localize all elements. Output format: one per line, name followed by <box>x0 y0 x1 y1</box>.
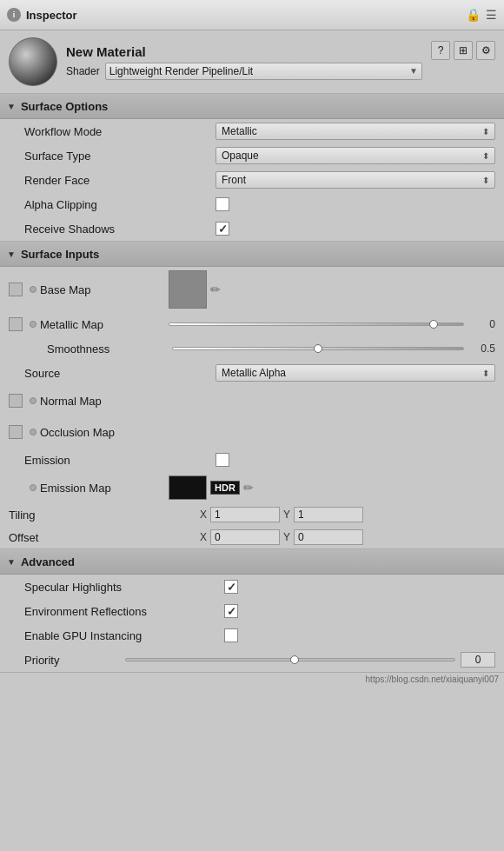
emission-map-slot[interactable] <box>169 475 207 500</box>
tiling-y-input[interactable]: 1 <box>294 507 363 522</box>
advanced-header[interactable]: ▼ Advanced <box>0 549 504 575</box>
receive-shadows-label: Receive Shadows <box>24 223 216 236</box>
shader-label: Shader <box>66 65 100 77</box>
priority-slider-thumb[interactable] <box>290 655 299 664</box>
source-row: Source Metallic Alpha ⬍ <box>0 361 504 385</box>
emission-row: Emission <box>0 448 504 472</box>
surface-options-section: ▼ Surface Options Workflow Mode Metallic… <box>0 94 504 242</box>
offset-x-input[interactable]: 0 <box>210 529 280 545</box>
priority-value[interactable]: 0 <box>461 652 495 668</box>
surface-type-value: Opaque <box>222 150 259 162</box>
alpha-clipping-checkbox[interactable] <box>216 197 229 211</box>
source-value: Metallic Alpha <box>222 367 286 379</box>
receive-shadows-row: Receive Shadows <box>0 216 504 241</box>
workflow-dropdown-arrow: ⬍ <box>482 127 489 136</box>
surface-inputs-header[interactable]: ▼ Surface Inputs <box>0 242 504 267</box>
settings-icon[interactable]: ⚙ <box>476 41 495 60</box>
workflow-mode-label: Workflow Mode <box>24 125 216 138</box>
priority-slider-track[interactable] <box>125 658 455 662</box>
base-map-slot[interactable] <box>169 270 207 309</box>
base-map-label-text: Base Map <box>40 283 91 296</box>
source-dropdown[interactable]: Metallic Alpha ⬍ <box>216 364 495 382</box>
render-face-value: Front <box>222 174 246 186</box>
metallic-map-row: Metallic Map 0 <box>0 312 504 336</box>
shader-value: Lightweight Render Pipeline/Lit <box>109 65 253 77</box>
help-icon[interactable]: ? <box>431 41 450 60</box>
gpu-instancing-label: Enable GPU Instancing <box>24 629 224 642</box>
offset-label: Offset <box>9 531 200 544</box>
shader-dropdown-arrow: ▼ <box>409 66 418 76</box>
specular-highlights-label: Specular Highlights <box>24 581 224 594</box>
metallic-map-label: Metallic Map <box>26 318 165 331</box>
inspector-icon: i <box>7 8 21 22</box>
metallic-map-label-text: Metallic Map <box>40 318 103 331</box>
normal-map-checkbox[interactable] <box>9 394 23 408</box>
source-control: Metallic Alpha ⬍ <box>216 364 495 382</box>
normal-map-row: Normal Map <box>0 385 504 416</box>
base-map-edit-icon[interactable]: ✏ <box>210 283 221 296</box>
surface-type-dropdown-arrow: ⬍ <box>482 151 489 161</box>
lock-icon[interactable]: 🔒 <box>466 8 481 22</box>
render-face-dropdown[interactable]: Front ⬍ <box>216 171 495 189</box>
surface-options-triangle: ▼ <box>7 102 16 111</box>
base-map-checkbox[interactable] <box>9 283 23 296</box>
workflow-mode-control: Metallic ⬍ <box>216 123 495 140</box>
offset-y-axis: Y <box>283 531 290 543</box>
header-icon-row: ? ⊞ ⚙ <box>431 41 495 60</box>
source-dropdown-arrow: ⬍ <box>482 369 489 378</box>
shader-dropdown[interactable]: Lightweight Render Pipeline/Lit ▼ <box>105 63 422 80</box>
workflow-mode-value: Metallic <box>222 125 257 137</box>
emission-map-edit-icon[interactable]: ✏ <box>243 481 254 495</box>
occlusion-map-label: Occlusion Map <box>26 426 165 439</box>
smoothness-label: Smoothness <box>30 342 169 356</box>
metallic-map-checkbox[interactable] <box>9 317 23 331</box>
layout-icon[interactable]: ⊞ <box>454 41 473 60</box>
base-map-label: Base Map <box>26 283 165 296</box>
tiling-x-input[interactable]: 1 <box>210 507 280 522</box>
hdr-badge: HDR <box>210 481 240 495</box>
render-face-dropdown-arrow: ⬍ <box>482 176 489 185</box>
tiling-row: Tiling X 1 Y 1 <box>0 503 504 526</box>
smoothness-slider-track[interactable] <box>172 347 464 350</box>
title-bar: i Inspector 🔒 ☰ <box>0 0 504 30</box>
workflow-mode-dropdown[interactable]: Metallic ⬍ <box>216 123 495 140</box>
specular-highlights-checkbox[interactable] <box>224 580 238 594</box>
receive-shadows-checkbox[interactable] <box>216 222 229 236</box>
surface-options-title: Surface Options <box>21 100 108 113</box>
emission-map-row: Emission Map HDR ✏ <box>0 472 504 503</box>
offset-y-input[interactable]: 0 <box>294 529 363 545</box>
metallic-slider-value: 0 <box>469 318 495 330</box>
material-sphere-preview <box>9 37 57 86</box>
material-header: New Material Shader Lightweight Render P… <box>0 30 504 94</box>
smoothness-slider-thumb[interactable] <box>314 344 322 353</box>
normal-map-label-text: Normal Map <box>40 395 102 408</box>
smoothness-slider-value: 0.5 <box>469 342 495 355</box>
menu-icon[interactable]: ☰ <box>486 8 497 22</box>
occlusion-map-checkbox[interactable] <box>9 425 23 439</box>
normal-map-dot <box>30 397 36 404</box>
emission-checkbox[interactable] <box>216 453 229 467</box>
specular-highlights-row: Specular Highlights <box>0 575 504 599</box>
surface-options-header[interactable]: ▼ Surface Options <box>0 94 504 119</box>
smoothness-row: Smoothness 0.5 <box>0 336 504 361</box>
metallic-slider-thumb[interactable] <box>429 320 438 329</box>
offset-row: Offset X 0 Y 0 <box>0 526 504 548</box>
material-info: New Material Shader Lightweight Render P… <box>66 44 422 80</box>
title-bar-actions: 🔒 ☰ <box>466 8 497 22</box>
metallic-slider-track[interactable] <box>169 322 464 326</box>
environment-reflections-checkbox[interactable] <box>224 604 238 618</box>
shader-row: Shader Lightweight Render Pipeline/Lit ▼ <box>66 63 422 80</box>
alpha-clipping-label: Alpha Clipping <box>24 198 216 211</box>
advanced-triangle: ▼ <box>7 557 16 567</box>
emission-label: Emission <box>24 454 216 467</box>
gpu-instancing-checkbox[interactable] <box>224 628 238 642</box>
alpha-clipping-row: Alpha Clipping <box>0 192 504 216</box>
emission-map-label: Emission Map <box>26 482 165 495</box>
surface-inputs-title: Surface Inputs <box>21 248 99 261</box>
surface-type-control: Opaque ⬍ <box>216 147 495 164</box>
gpu-instancing-row: Enable GPU Instancing <box>0 623 504 648</box>
metallic-slider-container: 0 <box>169 318 495 330</box>
surface-type-dropdown[interactable]: Opaque ⬍ <box>216 147 495 164</box>
occlusion-map-label-text: Occlusion Map <box>40 426 115 439</box>
watermark: https://blog.csdn.net/xiaiquanyi007 <box>0 673 504 686</box>
